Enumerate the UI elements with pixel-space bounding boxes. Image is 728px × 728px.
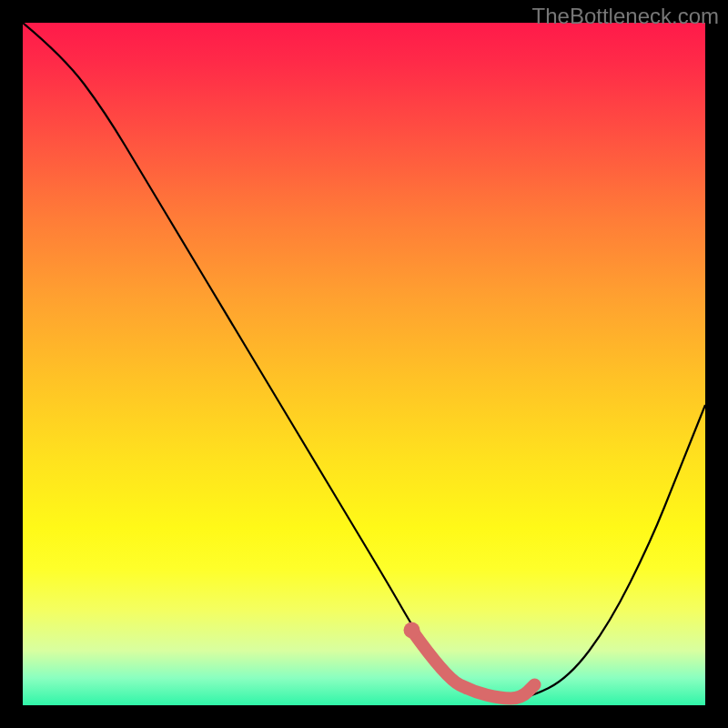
chart-container: [23, 23, 705, 705]
optimal-range-highlight: [412, 631, 535, 699]
watermark-text: TheBottleneck.com: [532, 4, 719, 29]
optimal-start-dot: [404, 622, 420, 639]
chart-svg: [23, 23, 705, 705]
bottleneck-curve-path: [23, 23, 705, 699]
